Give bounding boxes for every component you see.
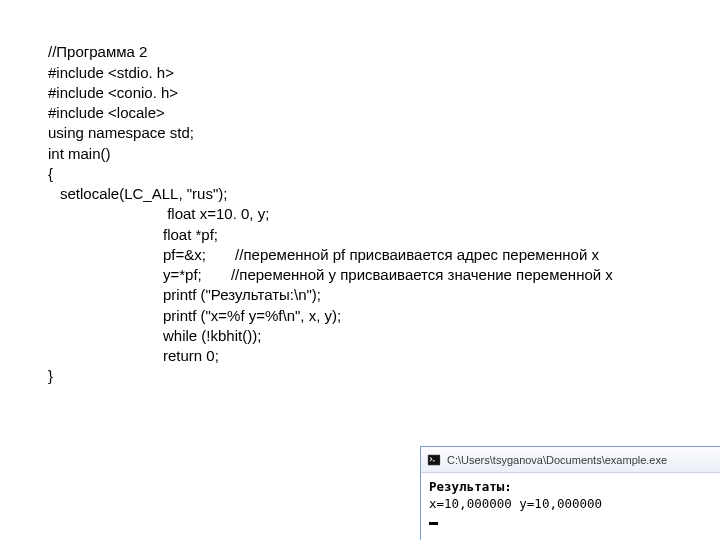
console-output-body: Результаты: x=10,000000 y=10,000000 [421, 473, 720, 540]
code-line: printf ("Результаты:\n"); [48, 285, 321, 305]
code-line: //Программа 2 [48, 43, 147, 60]
code-line: pf=&x; //переменной pf присваивается адр… [48, 245, 599, 265]
code-line: #include <locale> [48, 104, 165, 121]
code-line: } [48, 367, 53, 384]
console-output-window: C:\Users\tsyganova\Documents\example.exe… [420, 446, 720, 540]
code-line: setlocale(LC_ALL, "rus"); [48, 184, 227, 204]
code-line: float x=10. 0, y; [48, 204, 269, 224]
console-output-line: Результаты: [429, 479, 512, 494]
code-line: y=*pf; //переменной у присваивается знач… [48, 265, 613, 285]
code-line: #include <conio. h> [48, 84, 178, 101]
console-output-line: x=10,000000 y=10,000000 [429, 496, 602, 511]
code-line: float *pf; [48, 225, 218, 245]
console-cursor [429, 522, 438, 525]
code-line: while (!kbhit()); [48, 326, 261, 346]
window-titlebar[interactable]: C:\Users\tsyganova\Documents\example.exe [421, 447, 720, 473]
code-line: printf ("x=%f y=%f\n", x, y); [48, 306, 341, 326]
code-line: int main() [48, 145, 111, 162]
window-title: C:\Users\tsyganova\Documents\example.exe [447, 454, 667, 466]
source-code-block: //Программа 2 #include <stdio. h> #inclu… [48, 22, 613, 387]
code-line: return 0; [48, 346, 219, 366]
code-line: { [48, 165, 53, 182]
console-app-icon [427, 453, 441, 467]
code-line: using namespace std; [48, 124, 194, 141]
code-line: #include <stdio. h> [48, 64, 174, 81]
